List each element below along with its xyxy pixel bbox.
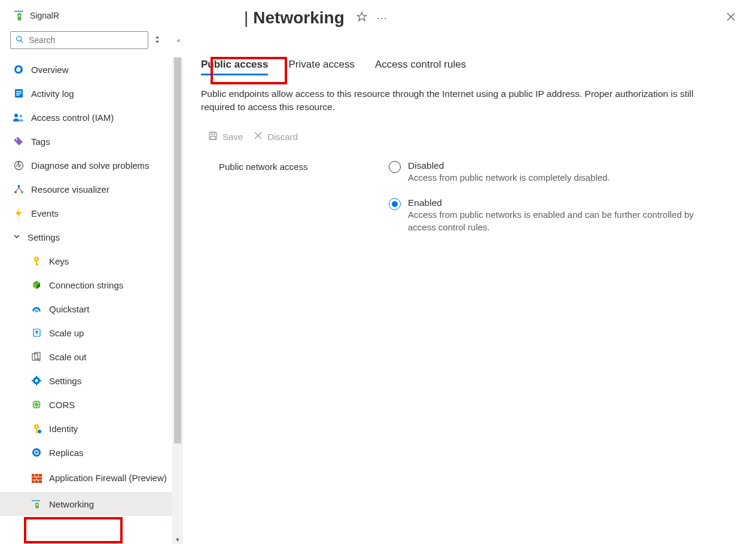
discard-button[interactable]: Discard	[254, 131, 298, 142]
close-icon[interactable]	[726, 12, 736, 25]
sidebar-item-keys[interactable]: Keys	[0, 249, 183, 273]
radio-disabled-desc: Access from public network is completely…	[408, 171, 610, 184]
chevron-down-icon	[13, 233, 20, 242]
sidebar-item-label: Networking	[49, 499, 94, 509]
sidebar-item-label: Quickstart	[49, 304, 90, 314]
sidebar-item-networking[interactable]: Networking	[0, 492, 183, 516]
sidebar-item-connection-strings[interactable]: Connection strings	[0, 273, 183, 297]
radio-disabled-title: Disabled	[408, 160, 610, 171]
sidebar-search-box[interactable]	[10, 31, 148, 49]
sort-toggle-icon[interactable]	[153, 35, 161, 45]
sidebar-item-label: Connection strings	[49, 280, 123, 290]
resource-visualizer-icon	[13, 184, 24, 194]
svg-rect-29	[36, 376, 37, 378]
svg-point-40	[32, 448, 41, 457]
quickstart-icon	[31, 303, 42, 314]
svg-rect-32	[39, 380, 41, 381]
cors-icon	[31, 399, 42, 410]
sidebar-item-access-control[interactable]: Access control (IAM)	[0, 105, 183, 129]
save-button[interactable]: Save	[208, 131, 243, 142]
radio-enabled-desc: Access from public networks is enabled a…	[408, 208, 724, 235]
discard-icon	[254, 131, 263, 142]
sidebar-scrollbar[interactable]: ▲ ▼	[172, 57, 183, 544]
identity-icon	[31, 423, 42, 434]
svg-rect-56	[211, 132, 215, 135]
scrollbar-down-icon[interactable]: ▼	[172, 534, 183, 544]
sidebar-item-activity-log[interactable]: Activity log	[0, 81, 183, 105]
sidebar-item-label: Settings	[49, 376, 81, 386]
radio-option-enabled[interactable]: Enabled Access from public networks is e…	[389, 197, 724, 235]
sidebar-item-identity[interactable]: Identity	[0, 417, 183, 440]
svg-rect-38	[36, 428, 37, 433]
signalr-icon	[13, 10, 24, 20]
sidebar-item-events[interactable]: Events	[0, 201, 183, 225]
svg-point-13	[16, 139, 18, 141]
svg-rect-8	[16, 91, 22, 92]
sidebar-item-label: Activity log	[31, 89, 74, 99]
sidebar-group-settings[interactable]: Settings	[0, 225, 183, 249]
svg-point-17	[14, 191, 17, 193]
sidebar-item-scale-out[interactable]: Scale out	[0, 345, 183, 369]
public-network-access-row: Public network access Disabled Access fr…	[183, 160, 756, 234]
radio-enabled-title: Enabled	[408, 197, 724, 208]
sidebar-item-label: Keys	[49, 256, 69, 266]
sidebar-item-replicas[interactable]: Replicas	[0, 440, 183, 464]
sidebar-item-label: Scale up	[49, 328, 84, 338]
tags-icon	[13, 136, 24, 147]
save-label: Save	[222, 132, 243, 142]
scale-up-icon	[31, 327, 42, 338]
svg-point-50	[36, 500, 38, 501]
sidebar-item-diagnose[interactable]: Diagnose and solve problems	[0, 153, 183, 177]
public-network-access-label: Public network access	[219, 160, 389, 234]
tab-public-access[interactable]: Public access	[201, 59, 268, 74]
radio-option-disabled[interactable]: Disabled Access from public network is c…	[389, 160, 724, 184]
tab-description: Public endpoints allow access to this re…	[183, 74, 721, 114]
sidebar-item-label: Resource visualizer	[31, 184, 109, 194]
sidebar-item-tags[interactable]: Tags	[0, 129, 183, 153]
svg-point-28	[35, 379, 38, 382]
svg-rect-31	[32, 380, 33, 381]
svg-rect-22	[36, 264, 38, 265]
more-icon[interactable]: ···	[377, 12, 388, 25]
svg-point-39	[38, 430, 41, 433]
sidebar-item-resource-visualizer[interactable]: Resource visualizer	[0, 177, 183, 201]
activity-log-icon	[13, 88, 24, 99]
svg-point-51	[38, 500, 39, 501]
svg-point-4	[17, 36, 22, 41]
sidebar-item-quickstart[interactable]: Quickstart	[0, 297, 183, 321]
page-title: Networking	[253, 8, 344, 28]
sidebar-item-settings[interactable]: Settings	[0, 369, 183, 393]
sidebar-item-application-firewall[interactable]: Application Firewall (Preview)	[0, 464, 183, 492]
sidebar-search-input[interactable]	[29, 35, 143, 45]
sidebar-item-overview[interactable]: Overview	[0, 57, 183, 81]
sidebar-item-scale-up[interactable]: Scale up	[0, 321, 183, 345]
sidebar-item-cors[interactable]: CORS	[0, 393, 183, 417]
svg-point-12	[20, 115, 23, 118]
scale-out-icon	[31, 351, 42, 362]
title-separator: |	[244, 8, 248, 28]
resource-type-label: SignalR	[30, 11, 59, 20]
svg-point-23	[35, 310, 38, 312]
svg-rect-9	[16, 93, 22, 94]
sidebar-item-label: Overview	[31, 65, 69, 75]
replicas-icon	[31, 447, 42, 458]
search-icon	[16, 35, 24, 45]
sidebar-item-label: Tags	[31, 136, 50, 147]
favorite-star-icon[interactable]	[356, 11, 367, 25]
svg-rect-30	[36, 384, 37, 385]
sidebar-nav: Overview Activity log Access control (IA…	[0, 57, 183, 516]
tab-access-control-rules[interactable]: Access control rules	[375, 59, 466, 74]
radio-enabled-input[interactable]	[389, 198, 401, 210]
gear-icon	[31, 375, 42, 386]
sidebar-group-label: Settings	[28, 232, 60, 242]
sidebar-item-label: CORS	[49, 400, 75, 410]
svg-point-37	[35, 426, 37, 427]
sidebar-item-label: Scale out	[49, 352, 87, 362]
sidebar-item-label: Application Firewall (Preview)	[49, 473, 167, 484]
radio-disabled-input[interactable]	[389, 161, 401, 173]
sidebar: SignalR ‹‹ ▲ ▼	[0, 0, 183, 544]
tab-private-access[interactable]: Private access	[288, 59, 355, 74]
svg-point-1	[20, 11, 21, 12]
svg-point-52	[36, 504, 38, 506]
scrollbar-thumb[interactable]	[174, 57, 181, 443]
